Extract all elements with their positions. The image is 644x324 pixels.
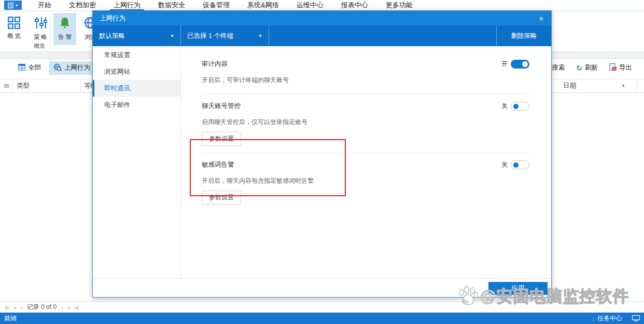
dialog-title: 上网行为: [100, 14, 125, 23]
menu-tab-ops-center[interactable]: 运维中心: [288, 0, 332, 10]
envelope-icon: ✉: [0, 79, 13, 92]
download-arrow-icon: ↓: [592, 315, 595, 322]
menu-tabs: 开始 文档加密 上网行为 数据安全 设备管理 系统&网络 运维中心 报表中心 更…: [29, 0, 422, 10]
pager-next-button[interactable]: ›: [61, 304, 63, 310]
toolbar-item-label: 上网行为: [64, 63, 90, 72]
dialog-body: 常规设置 浏览网站 即时通讯 电子邮件 审计内容 开 开启后，可审计终端的聊天账…: [93, 46, 551, 279]
column-header-date[interactable]: 日期 ▼: [552, 79, 637, 92]
internet-behavior-dialog: 上网行为 × 默认策略 ▼ 已选择 1 个终端 ▼ 删除策略 常规设置 浏览网站…: [92, 10, 552, 298]
section-title: 聊天账号管控: [202, 102, 241, 111]
policy-dropdown[interactable]: 默认策略 ▼: [93, 25, 181, 46]
export-icon: A: [609, 63, 617, 72]
globe-search-icon: [53, 63, 62, 73]
parameter-settings-button[interactable]: 参数设置: [202, 132, 241, 146]
menu-tab-device-mgmt[interactable]: 设备管理: [194, 0, 239, 10]
section-sensitive-word-alert: 敏感词告警 关 开启后，聊天内容包含指定敏感词时告警 参数设置: [202, 160, 529, 205]
chevron-down-icon: ▼: [258, 34, 262, 38]
menu-tab-more[interactable]: 更多功能: [377, 0, 422, 10]
chevron-down-icon: ▼: [15, 4, 19, 7]
pager-fast-prev-button[interactable]: «: [13, 304, 16, 310]
section-description: 启用聊天管控后，仅可以登录指定账号: [202, 118, 529, 127]
terminal-dropdown-value: 已选择 1 个终端: [187, 32, 233, 40]
menu-tab-start[interactable]: 开始: [29, 0, 60, 10]
chat-account-control-toggle[interactable]: [511, 102, 529, 111]
toolbar-item-export[interactable]: A 导出: [605, 61, 637, 74]
toggle-knob: [513, 104, 519, 109]
ribbon-button-policy[interactable]: 策 略: [29, 13, 52, 45]
dialog-title-bar: 上网行为 ×: [93, 11, 551, 25]
chevron-down-icon: ▼: [170, 34, 174, 38]
sidebar-item-email[interactable]: 电子邮件: [93, 97, 180, 113]
parameter-settings-button[interactable]: 参数设置: [202, 191, 241, 205]
close-icon[interactable]: ×: [538, 15, 544, 22]
toolbar-item-label: 全部: [28, 63, 41, 72]
task-center-link[interactable]: 任务中心: [597, 314, 622, 323]
ribbon-button-label: 告 警: [58, 33, 72, 41]
ribbon-button-label: 策 略: [34, 33, 47, 41]
pager-prev-button[interactable]: ‹: [21, 304, 22, 310]
sidebar-item-instant-messaging[interactable]: 即时通讯: [93, 80, 180, 97]
toggle-state-label: 开: [501, 60, 508, 69]
column-header-type[interactable]: 类型: [13, 79, 81, 92]
ribbon-button-overview[interactable]: 概 览: [3, 13, 25, 45]
monitor-icon[interactable]: [632, 315, 640, 321]
section-description: 开启后，聊天内容包含指定敏感词时告警: [202, 177, 529, 185]
pager-record-count: 记录 0 of 0: [27, 303, 57, 312]
toolbar-item-label: 搜索: [552, 63, 565, 72]
section-title: 审计内容: [202, 60, 228, 69]
menu-tab-system-network[interactable]: 系统&网络: [239, 0, 288, 10]
app-menu-button[interactable]: ▼: [4, 1, 22, 10]
toggle-state-label: 关: [501, 160, 508, 169]
status-ready-text: 就绪: [4, 314, 17, 323]
section-description: 开启后，可审计终端的聊天账号: [202, 76, 529, 85]
policy-dropdown-value: 默认策略: [99, 32, 125, 40]
sidebar-item-browse-websites[interactable]: 浏览网站: [93, 63, 180, 80]
section-divider: [202, 94, 529, 95]
sidebar-item-general-settings[interactable]: 常规设置: [93, 47, 180, 63]
toolbar-item-refresh[interactable]: ↻ 刷新: [571, 61, 603, 74]
menu-tab-doc-encrypt[interactable]: 文档加密: [60, 0, 105, 10]
dialog-sidebar: 常规设置 浏览网站 即时通讯 电子邮件: [93, 46, 181, 279]
toggle-knob: [522, 61, 528, 67]
menu-bar: ▼ 开始 文档加密 上网行为 数据安全 设备管理 系统&网络 运维中心 报表中心…: [0, 0, 644, 10]
app-icon: [8, 3, 13, 8]
refresh-icon: ↻: [576, 64, 582, 72]
menu-tab-internet-behavior[interactable]: 上网行为: [105, 0, 149, 10]
status-bar: 就绪 ↓ 任务中心: [0, 313, 644, 324]
menu-tab-data-security[interactable]: 数据安全: [149, 0, 194, 10]
delete-policy-button[interactable]: 删除策略: [496, 25, 551, 46]
dialog-toolbar: 默认策略 ▼ 已选择 1 个终端 ▼ 删除策略: [93, 25, 551, 46]
toolbar-item-internet-behavior[interactable]: 上网行为: [49, 61, 95, 75]
ribbon-group-label: 概览: [25, 42, 54, 50]
grid-icon: [8, 17, 20, 29]
record-pager: |« « ‹ 记录 0 of 0 › » »|: [0, 301, 644, 313]
toolbar-item-all[interactable]: 全部: [13, 61, 46, 74]
sensitive-word-alert-toggle[interactable]: [511, 160, 529, 169]
toolbar-item-label: 刷新: [585, 63, 598, 72]
terminal-dropdown[interactable]: 已选择 1 个终端 ▼: [181, 25, 269, 46]
section-divider: [202, 153, 529, 154]
sliders-icon: [34, 17, 47, 30]
dialog-content: 审计内容 开 开启后，可审计终端的聊天账号 聊天账号管控 关: [181, 46, 551, 279]
pager-last-button[interactable]: »|: [75, 304, 78, 310]
audit-content-toggle[interactable]: [511, 60, 529, 69]
apply-button[interactable]: 应用: [488, 282, 548, 295]
ribbon-button-alert[interactable]: 告 警: [53, 13, 76, 45]
menu-tab-report-center[interactable]: 报表中心: [332, 0, 377, 10]
table-icon: [18, 64, 25, 72]
toggle-state-label: 关: [501, 102, 508, 111]
toggle-knob: [513, 163, 519, 168]
column-header-label: 日期: [563, 82, 576, 90]
toolbar-item-label: 导出: [619, 63, 632, 72]
pager-fast-next-button[interactable]: »: [67, 304, 70, 310]
bell-icon: [59, 17, 71, 30]
section-title: 敏感词告警: [202, 160, 234, 169]
ribbon-button-label: 概 览: [7, 32, 21, 40]
filter-caret-icon[interactable]: ▼: [621, 84, 625, 88]
section-chat-account-control: 聊天账号管控 关 启用聊天管控后，仅可以登录指定账号 参数设置: [202, 102, 529, 154]
dialog-toolbar-spacer: [269, 25, 496, 46]
dialog-footer: 应用: [93, 278, 551, 297]
grid-header-end-strip: [637, 79, 644, 92]
pager-first-button[interactable]: |«: [5, 304, 9, 310]
svg-text:A: A: [613, 67, 615, 70]
